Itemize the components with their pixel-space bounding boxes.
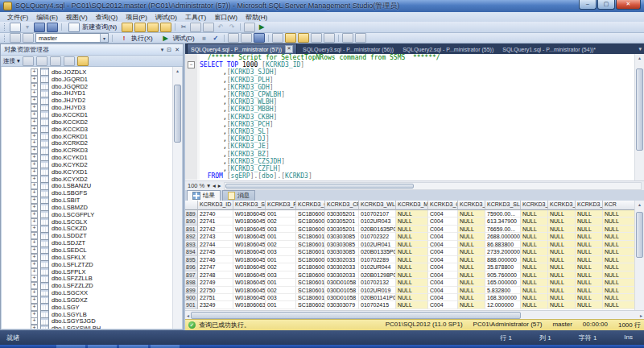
tree-item-table[interactable]: +dbo.JHJYD3 [2, 104, 182, 111]
grid-cell[interactable]: C004 [428, 210, 458, 218]
grid-cell[interactable]: NULL [548, 263, 576, 271]
save-all-icon[interactable] [47, 23, 58, 32]
new-query-button[interactable]: 新建查询(N) [65, 23, 120, 31]
grid-cell[interactable]: C004 [428, 256, 458, 263]
comment-icon[interactable] [311, 33, 322, 43]
grid-cell[interactable]: NULL [521, 279, 548, 286]
scroll-right-icon[interactable]: ▸ [218, 182, 221, 189]
refresh-icon[interactable] [50, 56, 61, 66]
grid-row-header[interactable]: 893 [185, 241, 198, 248]
scroll-left-icon[interactable]: ◂ [213, 182, 216, 189]
grid-cell[interactable]: 2688.000000 [485, 233, 521, 240]
grid-cell[interactable]: NULL [603, 279, 635, 286]
grid-cell[interactable]: NULL [603, 271, 635, 279]
panel-close-icon[interactable]: ✕ [175, 47, 180, 53]
grid-cell[interactable]: 22741 [198, 218, 233, 225]
analysis-query-icon[interactable] [134, 23, 146, 32]
show-estimated-plan-icon[interactable] [228, 33, 239, 43]
grid-cell[interactable]: 22744 [198, 241, 233, 248]
expand-icon[interactable]: + [31, 176, 38, 183]
scroll-left-icon[interactable]: ◂ [187, 313, 189, 318]
tree-item-table[interactable]: +dbo.LSCGFPLY [2, 211, 182, 218]
connect-button[interactable]: 连接 ▾ [3, 57, 20, 65]
tree-item-table[interactable]: +dbo.LSFLZTZD [2, 261, 182, 268]
scroll-right-icon[interactable]: ▸ [640, 313, 642, 318]
expand-icon[interactable]: + [31, 204, 38, 211]
grid-cell[interactable]: NULL [576, 241, 603, 248]
grid-cell[interactable]: NULL [396, 248, 428, 255]
grid-cell[interactable]: NULL [576, 271, 603, 279]
tree-item-table[interactable]: +dbo.LSCGLX [2, 218, 182, 226]
grid-cell[interactable]: 613.347900 [485, 218, 521, 225]
grid-cell[interactable]: SC18060103 [296, 294, 325, 301]
tree-scrollbar[interactable]: ▴ [172, 67, 182, 329]
grid-cell[interactable]: 165.000000 [485, 279, 521, 286]
grid-cell[interactable]: 030305201 [325, 218, 359, 225]
grid-cell[interactable]: 12.000000 [485, 301, 521, 309]
connect-db-icon[interactable] [10, 33, 21, 43]
change-connection-icon[interactable] [23, 33, 34, 43]
menu-item[interactable]: 项目(P) [122, 13, 151, 22]
document-tab[interactable]: SQLQuery2.sql - P...ministrator (55)) [399, 44, 497, 54]
results-to-file-icon[interactable] [298, 33, 309, 43]
editor-hscrollbar-thumb[interactable] [225, 184, 415, 188]
grid-cell[interactable]: 030303085 [325, 248, 359, 255]
zoom-level[interactable]: 100 % [188, 182, 204, 189]
menu-item[interactable]: 查询(Q) [92, 13, 122, 22]
grid-cell[interactable]: 003 [266, 294, 296, 301]
grid-cell[interactable]: NULL [548, 248, 576, 255]
grid-cell[interactable]: NULL [458, 256, 485, 263]
grid-cell[interactable]: NULL [396, 294, 428, 301]
grid-row-header[interactable]: 899 [185, 287, 198, 294]
grid-cell[interactable]: NULL [603, 218, 635, 225]
expand-icon[interactable]: + [31, 83, 38, 90]
minimize-button-icon[interactable]: – [579, 0, 597, 10]
grid-cell[interactable]: W018060630 [233, 301, 266, 309]
grid-cell[interactable]: SC18060116 [296, 241, 325, 248]
tree-item-table[interactable]: +dbo.LSEDCL [2, 246, 182, 254]
tree-item-table[interactable]: +dbo.JHJYD1 [2, 90, 182, 97]
grid-row-header[interactable]: 897 [185, 271, 198, 279]
grid-cell[interactable]: 22743 [198, 233, 233, 240]
grid-cell[interactable]: SC18060057 [296, 263, 325, 271]
grid-cell[interactable]: W018060452 [233, 218, 266, 225]
reports-icon[interactable] [77, 56, 89, 66]
grid-cell[interactable]: 002 [266, 241, 296, 248]
expand-icon[interactable]: + [31, 197, 38, 204]
grid-cell[interactable]: NULL [548, 271, 576, 279]
grid-cell[interactable]: 003 [266, 226, 296, 233]
paste-icon[interactable] [203, 23, 214, 32]
tree-item-table[interactable]: +dbo.KCCKD2 [2, 118, 182, 126]
grid-cell[interactable]: NULL [396, 279, 428, 286]
toolbar-grip[interactable] [4, 23, 6, 31]
tree-item-table[interactable]: +dbo.LSFPLX [2, 268, 182, 276]
tree-item-table[interactable]: +dbo.LSGYSWLBH [2, 325, 182, 329]
grid-cell[interactable]: 030303085 [325, 241, 359, 248]
grid-cell[interactable]: NULL [548, 233, 576, 240]
tree-item-table[interactable]: +dbo.LSFKLX [2, 254, 182, 261]
grid-cell[interactable]: 030303079 [325, 301, 359, 309]
grid-cell[interactable]: NULL [603, 241, 635, 248]
tree-item-table[interactable]: +dbo.LSBMZD [2, 204, 182, 211]
grid-cell[interactable]: W018060454 [233, 263, 266, 271]
grid-cell[interactable]: C004 [428, 233, 458, 240]
menu-item[interactable]: 视图(V) [62, 13, 92, 22]
expand-icon[interactable]: + [31, 289, 38, 296]
grid-hscrollbar-thumb[interactable] [191, 312, 521, 319]
object-explorer-header[interactable]: 对象资源管理器 ▾ ⊡ ✕ [1, 44, 183, 56]
grid-cell[interactable]: NULL [521, 210, 548, 218]
grid-cell[interactable]: NULL [521, 241, 548, 248]
grid-cell[interactable]: 35.878800 [485, 263, 521, 271]
tree-item-table[interactable]: +dbo.KCYXD1 [2, 168, 182, 176]
grid-cell[interactable]: 003 [266, 271, 296, 279]
expand-icon[interactable]: + [31, 239, 38, 246]
tree-item-table[interactable]: +dbo.KCCKD3 [2, 126, 182, 133]
grid-cell[interactable]: NULL [396, 226, 428, 233]
play-icon[interactable]: ▶ [257, 23, 266, 31]
grid-cell[interactable]: 22748 [198, 271, 233, 279]
zoom-dropdown-icon[interactable]: ▾ [207, 182, 210, 189]
grid-cell[interactable]: 5.832800 [485, 287, 521, 294]
expand-icon[interactable]: + [31, 147, 38, 154]
grid-cell[interactable]: 002 [266, 218, 296, 225]
expand-icon[interactable]: + [31, 189, 38, 197]
